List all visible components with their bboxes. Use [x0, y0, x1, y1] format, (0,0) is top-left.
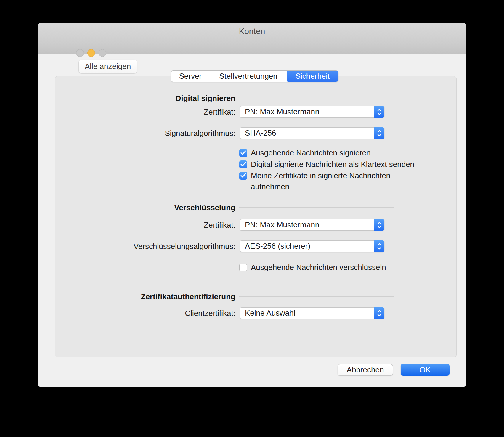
encryption-algorithm-label: Verschlüsselungsalgorithmus: — [134, 242, 235, 250]
cleartext-signed-label: Digital signierte Nachrichten als Klarte… — [251, 159, 414, 170]
window-close-button[interactable] — [76, 49, 84, 57]
window-title: Konten — [38, 27, 466, 36]
include-certificates-label: Meine Zertifikate in signierte Nachricht… — [251, 170, 393, 192]
sign-outgoing-checkbox[interactable] — [239, 149, 247, 157]
encrypt-outgoing-checkbox[interactable] — [239, 264, 247, 271]
client-certificate-value: Keine Auswahl — [245, 308, 296, 319]
window-minimize-button[interactable] — [87, 49, 95, 57]
cleartext-signed-checkbox[interactable] — [239, 160, 247, 168]
client-certificate-popup[interactable]: Keine Auswahl — [240, 307, 384, 319]
signature-algorithm-value: SHA-256 — [245, 128, 276, 139]
account-tabs: Server Stellvertretungen Sicherheit — [171, 70, 338, 82]
section-title-encryption: Verschlüsselung — [174, 203, 235, 212]
up-down-chevrons-icon — [374, 106, 384, 118]
up-down-chevrons-icon — [374, 127, 384, 139]
section-title-cert-auth: Zertifikatauthentifizierung — [141, 293, 235, 301]
sign-outgoing-label: Ausgehende Nachrichten signieren — [251, 147, 371, 158]
section-divider — [239, 296, 394, 297]
show-all-button[interactable]: Alle anzeigen — [79, 60, 137, 73]
encryption-certificate-popup[interactable]: PN: Max Mustermann — [240, 219, 384, 231]
section-divider — [239, 207, 394, 208]
tab-server[interactable]: Server — [171, 71, 210, 82]
signing-certificate-popup[interactable]: PN: Max Mustermann — [240, 106, 384, 118]
encryption-algorithm-popup[interactable]: AES-256 (sicherer) — [240, 240, 384, 252]
up-down-chevrons-icon — [374, 307, 384, 319]
cancel-button[interactable]: Abbrechen — [338, 364, 393, 376]
signing-certificate-value: PN: Max Mustermann — [245, 106, 319, 117]
section-title-digital-signing: Digital signieren — [176, 94, 235, 102]
client-certificate-label: Clientzertifikat: — [185, 309, 236, 317]
encryption-algorithm-value: AES-256 (sicherer) — [245, 241, 310, 252]
signature-algorithm-label: Signaturalgorithmus: — [165, 129, 235, 137]
include-certificates-checkbox[interactable] — [239, 172, 247, 180]
window-zoom-button[interactable] — [99, 49, 106, 57]
ok-button[interactable]: OK — [401, 364, 450, 376]
encrypt-outgoing-label: Ausgehende Nachrichten verschlüsseln — [251, 262, 386, 273]
up-down-chevrons-icon — [374, 219, 384, 231]
signing-certificate-label: Zertifikat: — [204, 108, 235, 116]
title-bar[interactable]: Konten — [38, 23, 466, 54]
up-down-chevrons-icon — [374, 240, 384, 252]
tab-sicherheit[interactable]: Sicherheit — [287, 70, 338, 82]
encryption-certificate-label: Zertifikat: — [204, 221, 235, 229]
encryption-certificate-value: PN: Max Mustermann — [245, 219, 319, 230]
section-divider — [239, 98, 394, 98]
tab-stellvertretungen[interactable]: Stellvertretungen — [210, 71, 287, 82]
signature-algorithm-popup[interactable]: SHA-256 — [240, 127, 384, 139]
